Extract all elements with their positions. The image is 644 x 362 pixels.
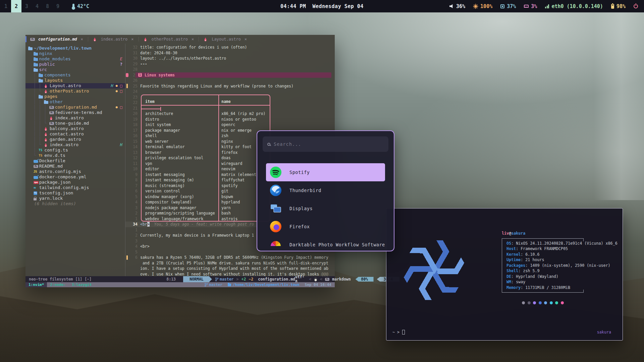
speaker-icon [449,4,454,8]
tree-item-label: index.astro [55,115,84,121]
temperature-module[interactable]: 42°C [72,3,89,9]
markdown-icon: M↓ [49,110,55,115]
terminal-color-palette [522,301,564,304]
close-icon[interactable]: × [81,37,83,42]
tree-item-Layout.astro[interactable]: │ │ Layout.astroH●□ [25,83,125,88]
tailwind-icon: ≈ [34,185,39,190]
volume-module[interactable]: 36% [449,3,465,9]
info-line-Uptime: Uptime: 21 hours [506,257,583,263]
color-dot [561,301,564,304]
brightness-icon [474,5,477,8]
tree-item-label: public [39,62,55,67]
close-icon[interactable]: × [192,37,194,42]
launcher-item-Spotify[interactable]: Spotify [266,163,385,181]
tree-item-index.astro[interactable]: │ └ index.astroH [25,142,125,147]
brightness-module[interactable]: 100% [473,3,492,9]
typescript-icon: TS [39,153,44,158]
git-modified-count: ~2 [249,277,253,282]
tree-item-components[interactable]: │ components [25,72,125,78]
tree-item-garden.astro[interactable]: │ │ garden.astro [25,137,125,142]
tree-item-src[interactable]: src [25,67,125,72]
tree-item-other[interactable]: │ │ other [25,99,125,105]
cpu-module[interactable]: 37% [500,3,516,9]
power-module[interactable] [634,4,638,8]
table-row: web servernginx [142,139,270,144]
astro-icon [44,142,50,147]
workspace-button-3[interactable]: 3 [21,0,32,12]
launcher-item-Darktable Photo Workflow Software[interactable]: Darktable Photo Workflow Software [266,236,385,251]
tmux-window-1:nvim*[interactable]: 1:nvim* [25,282,47,287]
tab-otherPost.astro[interactable]: otherPost.astro× [139,35,199,44]
folder-icon [34,51,39,56]
tree-item-Dockerfile[interactable]: Dockerfile [25,158,125,164]
tree-item-label: tailwind.config.mjs [39,185,89,190]
tree-item-tsconfig.json[interactable]: TStsconfig.json [25,190,125,196]
workspace-button-4[interactable]: 4 [32,0,42,12]
tree-item-env.d.ts[interactable]: └ TSenv.d.ts [25,153,125,158]
tree-item-~/Development/liv.town[interactable]: ~/Development/liv.town [25,46,125,51]
folder-open-icon [34,67,39,72]
tree-item-(6 hidden items)[interactable]: (6 hidden items) [25,201,125,206]
astro-icon [93,37,99,42]
tmux-cwd-path: /home/liv/Development/liv.town [228,283,300,287]
shell-prompt[interactable]: ~ > [392,330,405,335]
neo-tree-file-explorer[interactable]: ~/Development/liv.town nginx node_module… [25,44,125,276]
folder-open-icon [39,78,44,83]
system-info-panel: liv@sakura OS: NixOS 24.11.20240828.71e9… [502,231,621,293]
neotree-statusline: neo-tree filesystem [1] [-] 8:13 [25,276,183,282]
workspace-button-9[interactable]: 9 [53,0,63,12]
tree-item-pages[interactable]: │ pages [25,94,125,99]
workspace-button-1[interactable]: 1 [1,0,11,12]
tmux-window-3:lazygit[interactable]: 3:lazygit [69,282,95,287]
app-launcher[interactable]: Search... SpotifyThunderbirdDisplaysFire… [257,130,394,251]
tree-item-README.md[interactable]: M↓README.md [25,164,125,169]
tree-item-astro.config.mjs[interactable]: JSastro.config.mjs [25,169,125,174]
table-row: package managernix or emerge [142,128,270,133]
tree-item-config.ts[interactable]: │ TSconfig.ts [25,147,125,153]
tree-item-label: (6 hidden items) [34,201,76,206]
workspace-button-2[interactable]: 2 [11,0,21,12]
table-row: nodejs package manageryarn [142,205,270,211]
tree-item-public[interactable]: public? [25,62,125,67]
workspace-button-8[interactable]: 8 [42,0,53,12]
editor-line: 25Favorite things regarding Linux and my… [125,83,335,89]
tree-item-docker-compose.yml[interactable]: docker-compose.yml [25,174,125,180]
astro-icon [44,126,50,131]
fetch-terminal-window[interactable]: liv@sakura OS: NixOS 24.11.20240828.71e9… [386,208,623,341]
tree-item-configuration.md[interactable]: │ │ │ M↓configuration.md●□ [25,105,125,110]
tree-item-label: Layout.astro [50,83,81,88]
tree-item-package.json[interactable]: npmpackage.json [25,180,125,185]
launcher-item-Displays[interactable]: Displays [266,199,385,218]
color-dot [533,301,536,304]
launcher-item-Thunderbird[interactable]: Thunderbird [266,181,385,199]
tree-item-balcony.astro[interactable]: │ │ balcony.astro [25,126,125,131]
close-icon[interactable]: × [131,37,133,42]
table-row: music (streaming)spotify [142,183,270,189]
tab-Layout.astro[interactable]: Layout.astro× [199,35,252,44]
tree-item-otherPost.astro[interactable]: │ └ otherPost.astro●□ [25,88,125,94]
memory-module[interactable]: 3% [524,3,537,9]
tree-item-contact.astro[interactable]: │ │ contact.astro [25,131,125,137]
search-input[interactable]: Search... [263,136,388,152]
volume-value: 36% [456,3,465,9]
tab-index.astro[interactable]: index.astro× [88,35,139,44]
network-module[interactable]: eth0 (10.0.0.140) [545,3,603,9]
launcher-item-Firefox[interactable]: Firefox [266,218,385,236]
tree-item-layouts[interactable]: │ layouts [25,78,125,83]
tree-item-nginx[interactable]: nginx [25,51,125,56]
close-icon[interactable]: × [245,37,247,42]
battery-module[interactable]: 98% [611,3,626,9]
tree-item-tone-guide.md[interactable]: │ │ └ M↓tone-guide.md [25,121,125,126]
table-row: instant messaging (m)fluffychat [142,177,270,183]
astro-icon [204,37,209,42]
tree-item-fediverse-terms.md[interactable]: │ │ │ M↓fediverse-terms.md [25,110,125,115]
brightness-value: 100% [480,3,492,9]
tree-item-index.astro[interactable]: │ │ │ index.astro [25,115,125,121]
tab-configuration.md[interactable]: M↓configuration.md× [25,35,88,44]
tree-item-tailwind.config.mjs[interactable]: ≈tailwind.config.mjs [25,185,125,190]
thermometer-icon [72,4,74,9]
tree-item-node_modules[interactable]: node_modulesE [25,56,125,62]
tmux-window-2:node-[interactable]: 2:node- [47,282,68,287]
tree-item-yarn.lock[interactable]: yarn.lock [25,196,125,201]
table-header-item: item [142,95,218,105]
